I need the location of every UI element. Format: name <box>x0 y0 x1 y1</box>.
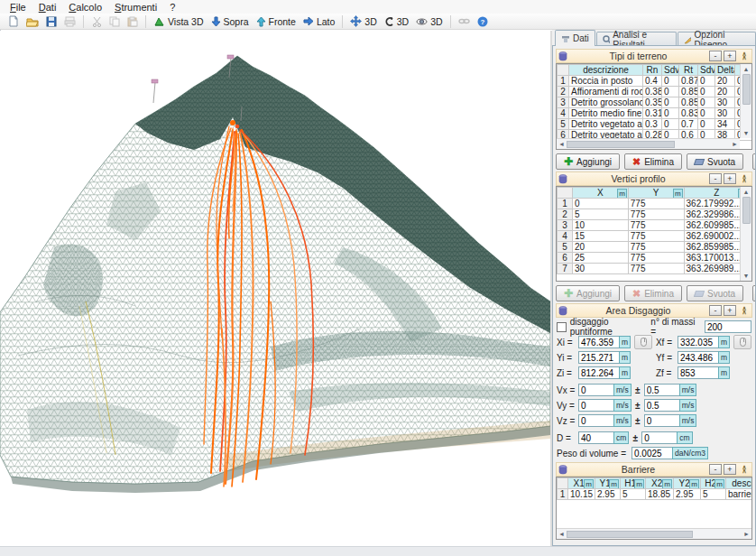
open-file-button[interactable] <box>23 14 41 29</box>
col-rn[interactable]: Rn <box>643 65 662 76</box>
expand-button[interactable]: + <box>724 464 736 475</box>
new-file-button[interactable] <box>5 14 22 29</box>
table-row[interactable]: 415775362.690002... <box>558 231 750 242</box>
scroll-right-icon[interactable]: ► <box>730 141 740 147</box>
table-row[interactable]: 520775362.859985... <box>558 242 750 253</box>
col-descrizione[interactable]: descrizio <box>726 478 753 489</box>
yi-input[interactable] <box>578 351 620 364</box>
collapse-button[interactable]: - <box>709 305 722 316</box>
pan-3d-button[interactable]: 3D <box>347 14 379 29</box>
table-horizontal-scrollbar[interactable]: ◄ ► <box>557 138 740 149</box>
expand-button[interactable]: + <box>724 305 736 316</box>
zf-input[interactable] <box>678 366 719 379</box>
col-h1b[interactable]: H1bm <box>621 478 646 489</box>
table-row[interactable]: 310775362.609985... <box>558 220 750 231</box>
xi-input[interactable] <box>578 336 620 348</box>
menu-strumenti[interactable]: Strumenti <box>108 1 163 14</box>
lato-view-button[interactable]: Lato <box>300 14 337 29</box>
expand-button[interactable]: + <box>724 173 736 184</box>
svuota-button[interactable]: Svuota <box>687 285 743 301</box>
cut-button[interactable] <box>88 14 105 29</box>
col-h2b[interactable]: H2bm <box>701 478 726 489</box>
copy-button[interactable] <box>106 14 123 29</box>
table-row[interactable]: 5Detrito vegetato ad a...0.300.70340 <box>558 119 753 130</box>
col-sdv[interactable]: Sdv <box>662 65 679 76</box>
col-sdv2[interactable]: Sdv <box>698 65 715 76</box>
tab-opzioni-disegno[interactable]: Opzioni Disegno <box>678 32 756 46</box>
xf-input[interactable] <box>678 336 719 348</box>
col-x1b[interactable]: X1bm <box>568 478 595 489</box>
aggiungi-button[interactable]: ✚Aggiungi <box>556 285 620 301</box>
scroll-left-icon[interactable]: ◄ <box>557 141 567 147</box>
vy-dev-input[interactable] <box>644 399 680 412</box>
vx-input[interactable] <box>578 384 614 396</box>
vz-dev-input[interactable] <box>644 414 680 427</box>
table-row[interactable]: 10775362.179992... <box>558 199 750 209</box>
print-button[interactable] <box>61 14 78 29</box>
scrollbar-thumb[interactable] <box>742 197 751 224</box>
roll-up-chevron-icon[interactable]: ∧∧ <box>739 464 750 475</box>
aggiungi-button[interactable]: ✚Aggiungi <box>556 153 620 170</box>
scroll-down-icon[interactable]: ▼ <box>741 128 752 138</box>
table-row[interactable]: 4Detrito medio fine no...0.3100.830300 <box>558 108 753 119</box>
elimina-button[interactable]: ✖Elimina <box>624 153 682 170</box>
collapse-button[interactable]: - <box>709 464 722 475</box>
col-y1b[interactable]: Y1bm <box>595 478 621 489</box>
collapse-button[interactable]: - <box>709 173 722 184</box>
roll-up-chevron-icon[interactable]: ∧∧ <box>739 305 750 316</box>
scroll-left-icon[interactable]: ◄ <box>557 531 567 537</box>
paste-button[interactable] <box>124 14 141 29</box>
scroll-down-icon[interactable]: ▼ <box>741 271 752 281</box>
pick-start-point-button[interactable] <box>634 335 652 349</box>
col-descrizione[interactable]: descrizione <box>569 65 643 76</box>
sopra-view-button[interactable]: Sopra <box>208 14 252 29</box>
vista-3d-button[interactable]: Vista 3D <box>151 14 207 29</box>
vz-input[interactable] <box>578 414 614 427</box>
table-vertical-scrollbar[interactable]: ▲ ▼ <box>740 64 751 138</box>
import-profile-button[interactable]: ⇓ <box>752 285 756 301</box>
table-row[interactable]: 3Detrito grossolano n...0.3500.850300 <box>558 97 753 108</box>
elimina-button[interactable]: ✖Elimina <box>624 285 682 301</box>
col-delta[interactable]: Delta <box>715 65 735 76</box>
vx-dev-input[interactable] <box>644 384 680 396</box>
save-button[interactable] <box>43 14 60 29</box>
tab-analisi-risultati[interactable]: Analisi e Risultati <box>596 32 677 46</box>
disgaggio-puntiforme-checkbox[interactable] <box>557 322 567 332</box>
table-row[interactable]: 625775363.170013... <box>558 253 750 264</box>
table-row[interactable]: 730775363.269989... <box>558 264 750 274</box>
yf-input[interactable] <box>678 351 719 364</box>
menu-file[interactable]: File <box>4 1 32 14</box>
table-row[interactable]: 1 10.15 2.95 5 18.85 2.95 5 barriera <box>558 489 753 500</box>
col-x2b[interactable]: X2bm <box>646 478 674 489</box>
help-button[interactable]: ? <box>475 14 491 29</box>
vy-input[interactable] <box>578 399 614 412</box>
show-terrain-button[interactable]: ▲ <box>752 153 756 170</box>
table-vertical-scrollbar[interactable]: ▲ ▼ <box>740 187 751 281</box>
collapse-button[interactable]: - <box>709 51 722 61</box>
scroll-up-icon[interactable]: ▲ <box>741 64 752 74</box>
barriers-table[interactable]: X1bm Y1bm H1bm X2bm Y2bm H2bm descrizio … <box>556 477 752 540</box>
col-y[interactable]: Ym <box>628 188 684 199</box>
link-button[interactable] <box>456 14 473 29</box>
roll-up-chevron-icon[interactable]: ∧∧ <box>739 173 750 184</box>
table-horizontal-scrollbar[interactable]: ◄ ► <box>557 528 751 539</box>
peso-input[interactable] <box>632 447 673 459</box>
table-row[interactable]: 2Affioramenti di rocci...0.3800.850200 <box>558 87 753 97</box>
menu-help[interactable]: ? <box>163 1 181 14</box>
scrollbar-thumb[interactable] <box>567 141 675 148</box>
menu-dati[interactable]: Dati <box>32 1 63 14</box>
terrain-3d-viewport[interactable] <box>0 31 550 546</box>
col-rt[interactable]: Rt <box>679 65 698 76</box>
zi-input[interactable] <box>578 366 620 379</box>
scroll-right-icon[interactable]: ► <box>742 531 751 537</box>
table-row[interactable]: 25775362.329986... <box>558 209 750 220</box>
table-row[interactable]: 1Roccia in posto0.400.870200 <box>558 76 753 87</box>
roll-up-chevron-icon[interactable]: ∧∧ <box>739 51 750 61</box>
menu-calcolo[interactable]: Calcolo <box>62 1 108 14</box>
terrain-types-table[interactable]: descrizione Rn Sdv Rt Sdv Delta 1Roccia … <box>556 63 752 150</box>
rotate-3d-button[interactable]: 3D <box>382 14 411 29</box>
scroll-up-icon[interactable]: ▲ <box>741 187 752 197</box>
pick-end-point-button[interactable] <box>733 335 751 349</box>
svuota-button[interactable]: Svuota <box>687 153 743 170</box>
d-input[interactable] <box>578 431 614 444</box>
